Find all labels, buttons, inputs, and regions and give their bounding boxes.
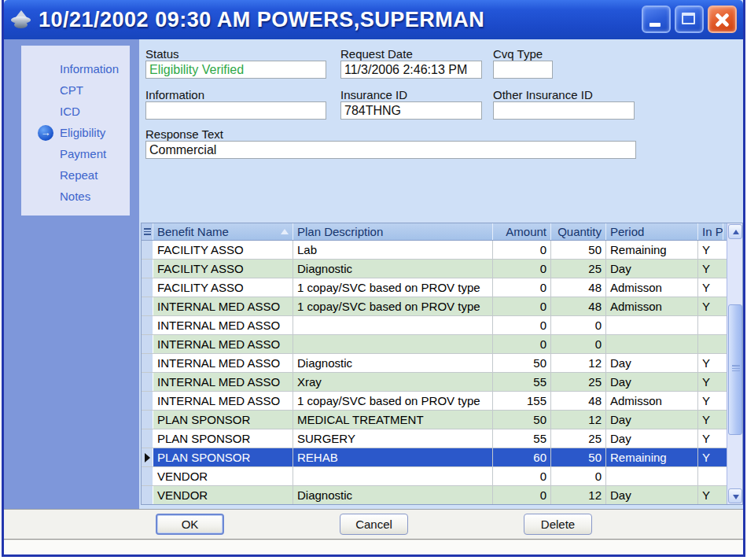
- cell-quantity: 12: [551, 486, 606, 504]
- rows-icon: [144, 228, 151, 236]
- col-header-in-plan[interactable]: In Pl...: [698, 223, 723, 240]
- information-field[interactable]: [145, 101, 326, 120]
- table-row[interactable]: FACILITY ASSO 1 copay/SVC based on PROV …: [142, 278, 727, 297]
- cell-in-plan: Y: [698, 260, 723, 278]
- cell-plan-description: [293, 316, 493, 334]
- cell-amount: 55: [493, 373, 551, 391]
- cell-quantity: 25: [551, 429, 606, 448]
- scrollbar-thumb[interactable]: [728, 304, 742, 435]
- cell-quantity: 25: [551, 260, 606, 278]
- response-text-label: Response Text: [145, 127, 223, 141]
- col-header-plan-description[interactable]: Plan Description: [293, 223, 493, 240]
- cell-in-plan: Y: [698, 278, 723, 297]
- cell-period: [606, 467, 698, 485]
- table-row[interactable]: PLAN SPONSOR SURGERY 55 25 Day Y: [142, 429, 727, 448]
- cell-amount: 0: [493, 241, 551, 259]
- cvq-type-field[interactable]: [493, 61, 553, 79]
- sidebar-item-cpt[interactable]: CPT: [21, 79, 130, 101]
- cell-benefit-name: INTERNAL MED ASSO: [153, 297, 293, 315]
- cell-benefit-name: VENDOR: [153, 467, 293, 485]
- table-row[interactable]: INTERNAL MED ASSO 1 copay/SVC based on P…: [142, 392, 727, 411]
- minimize-icon: [649, 23, 661, 27]
- response-text-field[interactable]: [145, 141, 636, 159]
- cell-benefit-name: FACILITY ASSO: [153, 241, 293, 259]
- cell-in-plan: Y: [698, 354, 723, 372]
- cell-benefit-name: FACILITY ASSO: [153, 260, 293, 278]
- title-bar[interactable]: 10/21/2002 09:30 AM POWERS,SUPERMAN: [4, 0, 743, 39]
- table-row[interactable]: VENDOR Diagnostic 0 12 Day Y: [142, 486, 727, 504]
- cell-in-plan: Y: [698, 429, 723, 448]
- insurance-id-field[interactable]: [340, 101, 482, 120]
- cell-quantity: 12: [551, 411, 606, 429]
- status-field[interactable]: [145, 61, 326, 79]
- cell-period: Day: [606, 429, 698, 448]
- corner-header-cell[interactable]: [142, 223, 153, 240]
- other-insurance-id-field[interactable]: [493, 101, 635, 120]
- ok-button[interactable]: OK: [156, 514, 224, 535]
- table-row[interactable]: INTERNAL MED ASSO Xray 55 25 Day Y: [142, 373, 727, 392]
- table-row-selected[interactable]: PLAN SPONSOR REHAB 60 50 Remaining Y: [142, 448, 727, 467]
- table-row[interactable]: PLAN SPONSOR MEDICAL TREATMENT 50 12 Day…: [142, 411, 727, 429]
- cell-benefit-name: INTERNAL MED ASSO: [153, 392, 293, 410]
- minimize-button[interactable]: [642, 6, 671, 33]
- table-row[interactable]: INTERNAL MED ASSO 0 0: [142, 335, 727, 354]
- col-header-period[interactable]: Period: [606, 223, 698, 240]
- sidebar-item-payment[interactable]: Payment: [21, 143, 130, 164]
- delete-button[interactable]: Delete: [524, 514, 592, 535]
- table-row[interactable]: FACILITY ASSO Lab 0 50 Remaining Y: [142, 241, 727, 260]
- active-arrow-icon: →: [38, 125, 53, 141]
- left-column: Information CPT ICD → Eligibility Paymen…: [4, 39, 139, 509]
- cell-amount: 0: [493, 260, 551, 278]
- col-header-quantity[interactable]: Quantity: [551, 223, 606, 240]
- cell-amount: 0: [493, 297, 551, 315]
- cell-in-plan: Y: [698, 297, 723, 315]
- cell-amount: 55: [493, 429, 551, 448]
- cell-period: Remaining: [606, 448, 698, 466]
- table-row[interactable]: INTERNAL MED ASSO 0 0: [142, 316, 727, 335]
- status-label: Status: [145, 47, 179, 61]
- request-date-field[interactable]: [340, 61, 482, 79]
- cell-benefit-name: PLAN SPONSOR: [153, 411, 293, 429]
- cell-period: Day: [606, 411, 698, 429]
- cell-period: Day: [606, 260, 698, 278]
- table-row[interactable]: INTERNAL MED ASSO Diagnostic 50 12 Day Y: [142, 354, 727, 373]
- cancel-button[interactable]: Cancel: [340, 514, 408, 535]
- dialog-window: 10/21/2002 09:30 AM POWERS,SUPERMAN Info…: [2, 0, 745, 557]
- cell-quantity: 25: [551, 373, 606, 391]
- cell-benefit-name: INTERNAL MED ASSO: [153, 354, 293, 372]
- close-button[interactable]: [708, 6, 737, 33]
- sidebar-item-information[interactable]: Information: [21, 58, 130, 79]
- sidebar-item-eligibility[interactable]: → Eligibility: [21, 122, 130, 143]
- chevron-up-icon: [733, 230, 739, 234]
- maximize-button[interactable]: [675, 6, 704, 33]
- cell-in-plan: Y: [698, 241, 723, 259]
- scroll-up-button[interactable]: [728, 224, 742, 239]
- cell-benefit-name: INTERNAL MED ASSO: [153, 373, 293, 391]
- cell-plan-description: Diagnostic: [293, 486, 493, 504]
- col-header-benefit-name[interactable]: Benefit Name: [153, 223, 293, 240]
- sort-ascending-icon: [281, 229, 289, 234]
- insurance-id-label: Insurance ID: [340, 88, 407, 101]
- cell-amount: 60: [493, 448, 551, 466]
- cell-amount: 50: [493, 354, 551, 372]
- cell-plan-description: [293, 467, 493, 485]
- cell-amount: 0: [493, 278, 551, 297]
- table-row[interactable]: FACILITY ASSO Diagnostic 0 25 Day Y: [142, 260, 727, 278]
- vertical-scrollbar[interactable]: [727, 223, 743, 504]
- table-row[interactable]: VENDOR 0 0: [142, 467, 727, 486]
- sidebar-item-repeat[interactable]: Repeat: [21, 164, 130, 186]
- cell-quantity: 48: [551, 278, 606, 297]
- cell-period: [606, 335, 698, 353]
- sidebar-item-notes[interactable]: Notes: [21, 186, 130, 207]
- cell-benefit-name: PLAN SPONSOR: [153, 448, 293, 466]
- cell-in-plan: [698, 316, 723, 334]
- scroll-down-button[interactable]: [728, 488, 742, 503]
- cell-period: Admisson: [606, 297, 698, 315]
- cell-plan-description: 1 copay/SVC based on PROV type: [293, 297, 493, 315]
- sidebar-item-icd[interactable]: ICD: [21, 101, 130, 122]
- benefits-table: Benefit Name Plan Description Amount Qua…: [141, 223, 743, 505]
- table-row[interactable]: INTERNAL MED ASSO 1 copay/SVC based on P…: [142, 297, 727, 316]
- cell-benefit-name: VENDOR: [153, 486, 293, 504]
- col-header-amount[interactable]: Amount: [493, 223, 551, 240]
- cell-plan-description: 1 copay/SVC based on PROV type: [293, 392, 493, 410]
